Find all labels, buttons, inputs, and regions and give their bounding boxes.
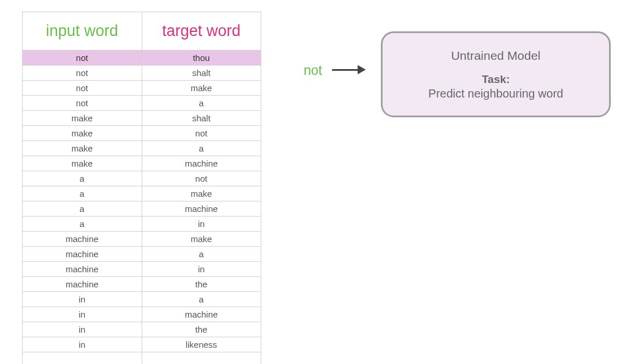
cell-input: a [23,217,142,231]
cell-target: machine [142,201,261,216]
arrow-icon [332,69,366,71]
cell-input: not [23,51,142,65]
cell-target: make [142,81,261,95]
table-row: inthe [23,322,261,337]
cell-target: a [142,96,261,110]
table-row: amake [23,186,261,201]
model-task-label: Task: [482,73,510,86]
cell-input: in [23,337,142,352]
header-input-word: input word [23,12,142,50]
cell-input: make [23,126,142,140]
cell-input: machine [23,232,142,246]
cell-input: make [23,141,142,156]
cell-input: not [23,96,142,110]
cell-target: shalt [142,66,261,80]
cell-target: not [142,171,261,186]
cell-target: the [142,322,261,337]
cell-target: not [142,126,261,140]
cell-input [23,352,142,364]
model-title: Untrained Model [451,49,540,63]
cell-target: in [142,217,261,231]
table-row: inlikeness [23,337,261,352]
model-task-desc: Predict neighbouring word [428,87,563,100]
cell-target: a [142,141,261,156]
table-row: notmake [23,81,261,96]
table-row: amachine [23,201,261,217]
cell-input: make [23,111,142,125]
table-body: notthounotshaltnotmakenotamakeshaltmaken… [23,51,261,364]
table-row: notthou [23,51,261,66]
cell-target: a [142,247,261,261]
cell-target: make [142,232,261,246]
word-pair-table: input word target word notthounotshaltno… [22,12,261,364]
table-row: makenot [23,126,261,141]
header-target-word: target word [142,12,261,50]
cell-input: machine [23,277,142,291]
cell-target: in [142,262,261,276]
table-row: machinethe [23,277,261,292]
cell-target: machine [142,156,261,171]
table-row: ina [23,292,261,307]
cell-target: thou [142,51,261,65]
cell-input: machine [23,247,142,261]
cell-input: machine [23,262,142,276]
cell-target: machine [142,307,261,322]
table-row: makemachine [23,156,261,171]
cell-target: likeness [142,337,261,352]
model-box: Untrained Model Task: Predict neighbouri… [381,31,611,117]
cell-input: not [23,81,142,95]
table-row: inmachine [23,307,261,322]
table-row [23,352,261,364]
table-row: nota [23,96,261,111]
cell-target: the [142,277,261,291]
table-row: notshalt [23,66,261,81]
table-row: ain [23,217,261,232]
table-header: input word target word [23,12,261,51]
cell-target: shalt [142,111,261,125]
cell-input: in [23,307,142,322]
cell-target: a [142,292,261,307]
table-row: machinemake [23,232,261,247]
table-row: machinea [23,247,261,262]
table-row: anot [23,171,261,186]
cell-input: in [23,292,142,307]
table-row: makea [23,141,261,156]
cell-input: a [23,201,142,216]
cell-input: in [23,322,142,337]
cell-target [142,352,261,364]
cell-target: make [142,186,261,201]
table-row: machinein [23,262,261,277]
current-input-word: not [304,63,322,78]
cell-input: not [23,66,142,80]
cell-input: a [23,171,142,186]
cell-input: make [23,156,142,171]
cell-input: a [23,186,142,201]
table-row: makeshalt [23,111,261,126]
